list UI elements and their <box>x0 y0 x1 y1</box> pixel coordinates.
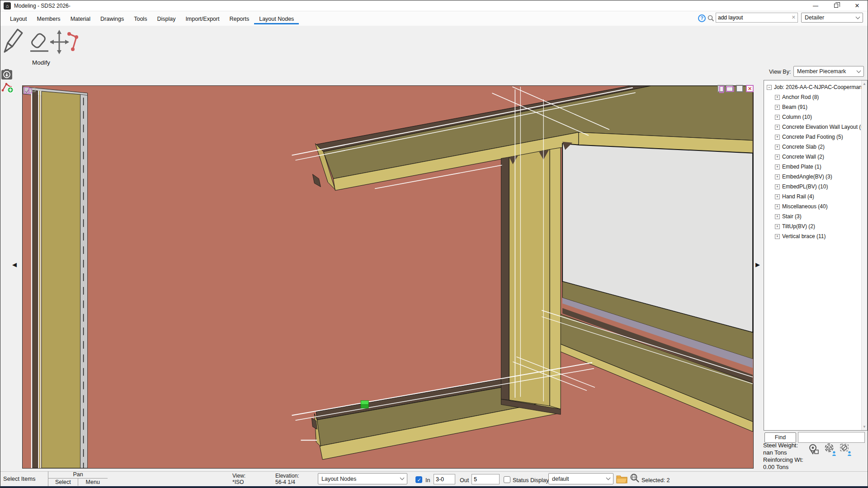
reinforcing-weight-value: 0.00 Tons <box>763 464 788 470</box>
menu-item-members[interactable]: Members <box>32 13 66 24</box>
out-depth-input[interactable] <box>472 474 500 484</box>
tree-item-embed-plate[interactable]: +Embed Plate (1) <box>764 162 867 172</box>
status-display-label: Status Display <box>513 477 549 483</box>
scroll-down-icon[interactable]: ▼ <box>863 425 866 429</box>
menu-item-material[interactable]: Material <box>66 13 95 24</box>
tree-item-stair[interactable]: +Stair (3) <box>764 211 867 221</box>
expand-box-icon[interactable]: + <box>775 194 780 199</box>
tree-item-hand-rail[interactable]: +Hand Rail (4) <box>764 192 867 202</box>
snapshot-download-icon[interactable] <box>1 69 12 80</box>
in-depth-input[interactable] <box>434 474 455 484</box>
collapse-left-icon[interactable]: ◀ <box>12 261 17 268</box>
expand-box-icon[interactable]: + <box>775 155 780 160</box>
tree-item-label: Vertical brace (11) <box>782 233 826 239</box>
scroll-up-icon[interactable]: ▲ <box>863 82 866 86</box>
expand-box-icon[interactable]: + <box>775 135 780 140</box>
draw-tool-button[interactable] <box>3 26 24 55</box>
find-input[interactable] <box>798 432 865 443</box>
tree-item-concrete-pad-footing[interactable]: +Concrete Pad Footing (5) <box>764 132 867 142</box>
tree-item-concrete-wall[interactable]: +Concrete Wall (2) <box>764 152 867 162</box>
display-preset-dropdown[interactable]: default <box>548 473 613 484</box>
tree-root[interactable]: − Job: 2026-AA-C-NJPAC-Cooperman- <box>764 82 867 92</box>
expand-box-icon[interactable]: + <box>775 184 780 189</box>
expand-box-icon[interactable]: + <box>775 174 780 179</box>
expand-box-icon[interactable]: + <box>775 105 780 110</box>
modify-toolbar-label: Modify <box>24 59 58 66</box>
selection-search-icon[interactable] <box>630 473 640 483</box>
search-input[interactable] <box>718 14 788 22</box>
tree-item-concrete-slab[interactable]: +Concrete Slab (2) <box>764 142 867 152</box>
close-view-icon[interactable]: ✕ <box>746 85 754 92</box>
close-button[interactable]: ✕ <box>847 0 868 11</box>
tree-item-label: EmbedAngle(BV) (3) <box>782 174 832 180</box>
tree-item-vertical-brace[interactable]: +Vertical brace (11) <box>764 231 867 241</box>
menu-item-drawings[interactable]: Drawings <box>95 13 129 24</box>
model-status-user-icon[interactable] <box>824 443 838 457</box>
tree-item-column[interactable]: +Column (10) <box>764 112 867 122</box>
elevation-readout: Elevation: 56-4 1/4 <box>275 473 299 485</box>
command-search[interactable]: ✕ <box>716 13 798 23</box>
selected-node-marker[interactable] <box>361 400 368 408</box>
tree-item-label: Hand Rail (4) <box>782 193 814 200</box>
add-layout-node-icon[interactable] <box>1 81 14 94</box>
find-button[interactable]: Find <box>764 432 796 443</box>
minimize-button[interactable]: — <box>805 0 826 11</box>
tree-scrollbar[interactable]: ▲ ▼ <box>861 80 867 430</box>
expand-box-icon[interactable]: + <box>775 125 780 130</box>
expand-box-icon[interactable]: + <box>775 164 780 169</box>
erase-tool-button[interactable] <box>27 32 52 55</box>
tree-item-anchor-rod[interactable]: +Anchor Rod (8) <box>764 92 867 102</box>
menu-item-import-export[interactable]: Import/Export <box>180 13 224 24</box>
search-scope-value: Detailer <box>805 14 824 21</box>
single-view-icon[interactable] <box>736 85 743 92</box>
expand-box-icon[interactable]: + <box>775 204 780 209</box>
chevron-down-icon <box>856 14 860 19</box>
tree-item-miscellaneous[interactable]: +Miscellaneous (40) <box>764 202 867 211</box>
elevation-label: Elevation: <box>275 473 299 479</box>
mouse-right-hint: Menu <box>78 479 108 486</box>
view-readout: View: *ISO <box>232 473 245 485</box>
expand-box-icon[interactable]: + <box>775 145 780 150</box>
restore-icon <box>834 4 838 8</box>
menu-item-reports[interactable]: Reports <box>224 13 254 24</box>
split-vertical-icon[interactable] <box>717 85 725 92</box>
model-viewport[interactable] <box>22 85 754 469</box>
depth-preset-dropdown[interactable]: Layout Nodes <box>318 473 407 484</box>
menu-item-display[interactable]: Display <box>152 13 180 24</box>
expand-box-icon[interactable]: + <box>775 115 780 120</box>
status-display-checkbox[interactable] <box>504 476 510 483</box>
tree-item-embedpl-bv-[interactable]: +EmbedPL(BV) (10) <box>764 182 867 192</box>
in-checkbox[interactable] <box>415 476 422 483</box>
menu-item-tools[interactable]: Tools <box>129 13 152 24</box>
tree-item-tiltup-bv-[interactable]: +TiltUp(BV) (2) <box>764 221 867 231</box>
in-label: In <box>425 477 430 483</box>
mode-label: Select Items <box>3 475 36 482</box>
search-icon <box>708 15 714 22</box>
tree-item-embedangle-bv-[interactable]: +EmbedAngle(BV) (3) <box>764 172 867 182</box>
menu-item-layout[interactable]: Layout <box>5 13 32 24</box>
tree-item-concrete-elevation-wall-layout[interactable]: +Concrete Elevation Wall Layout (6) <box>764 122 867 132</box>
clear-search-icon[interactable]: ✕ <box>792 14 796 20</box>
expand-box-icon[interactable]: + <box>775 214 780 219</box>
search-scope-dropdown[interactable]: Detailer <box>801 13 863 23</box>
expand-box-icon[interactable]: + <box>775 95 780 100</box>
tree-item-label: Concrete Elevation Wall Layout (6) <box>782 124 866 130</box>
expand-box-icon[interactable]: + <box>775 224 780 229</box>
wall-panel-edge[interactable] <box>42 91 80 468</box>
window-title: Modeling - SDS2 2026- <box>14 3 71 9</box>
depth-preset-value: Layout Nodes <box>321 476 356 482</box>
expand-box-icon[interactable]: + <box>775 234 780 239</box>
modify-move-tool-button[interactable] <box>50 28 79 55</box>
tree-item-beam[interactable]: +Beam (91) <box>764 102 867 112</box>
steel-weight-value: nan Tons <box>763 449 787 456</box>
split-horizontal-icon[interactable] <box>726 85 733 92</box>
view-by-dropdown[interactable]: Member Piecemark <box>793 66 864 77</box>
restore-button[interactable] <box>826 0 847 11</box>
collapse-right-icon[interactable]: ▶ <box>755 261 760 268</box>
open-display-folder-icon[interactable] <box>616 474 627 483</box>
menu-item-layout-nodes[interactable]: Layout Nodes <box>254 13 299 24</box>
help-icon[interactable]: ? <box>698 14 706 22</box>
collapse-box-icon[interactable]: − <box>767 85 772 90</box>
hide-status-user-icon[interactable] <box>840 443 853 457</box>
locate-member-icon[interactable] <box>808 443 821 457</box>
